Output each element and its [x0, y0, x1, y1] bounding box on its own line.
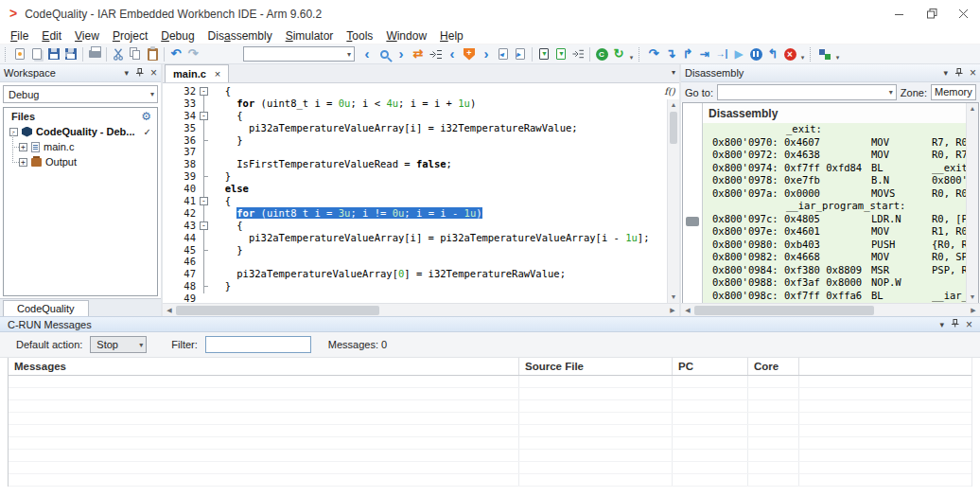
menu-item-tools[interactable]: Tools — [340, 27, 379, 44]
disassembly-row[interactable]: 0x800'097a:0x0000MOVSR0, R0 — [703, 187, 978, 201]
code-line[interactable]: { — [213, 220, 679, 232]
toolbar-overflow-icon[interactable]: ▾ — [833, 54, 842, 63]
disassembly-listing[interactable]: _exit:0x800'0970:0x4607MOVR7, R00x800'09… — [703, 123, 978, 303]
save-button[interactable] — [45, 45, 62, 62]
menu-item-window[interactable]: Window — [379, 27, 433, 44]
table-row[interactable] — [9, 376, 971, 388]
menu-item-disassembly[interactable]: Disassembly — [201, 27, 279, 44]
code-line[interactable] — [213, 146, 679, 158]
code-line[interactable]: pi32aTemperatureValueArray[i] = pi32aTem… — [213, 232, 679, 244]
minimize-button[interactable] — [884, 0, 916, 27]
table-row[interactable] — [9, 474, 971, 487]
toolbar-overflow-icon[interactable]: ▾ — [798, 54, 807, 63]
code-line[interactable]: } — [213, 244, 679, 257]
workspace-pin-icon[interactable] — [135, 68, 144, 79]
line-number[interactable]: 40 — [163, 183, 196, 195]
go-button[interactable]: ▶ — [730, 45, 747, 62]
undo-button[interactable]: ↶ — [167, 45, 184, 62]
code-line[interactable]: else — [213, 183, 679, 195]
tree-item-output[interactable]: +Output — [4, 154, 157, 169]
code-line[interactable]: { — [213, 195, 679, 207]
line-number[interactable]: 34 — [163, 110, 196, 122]
fold-collapse-icon[interactable]: - — [200, 221, 208, 230]
line-number[interactable]: 33 — [163, 97, 196, 110]
crun-shield-button[interactable]: + — [461, 45, 478, 62]
toolbar-grip[interactable] — [639, 47, 642, 62]
expand-collapse-icon[interactable]: + — [19, 143, 27, 151]
crun-pin-icon[interactable] — [951, 319, 959, 329]
menu-item-simulator[interactable]: Simulator — [279, 27, 341, 44]
code-text-area[interactable]: { for (uint8_t i = 0u; i < 4u; i = i + 1… — [209, 83, 679, 303]
disassembly-pin-icon[interactable] — [954, 68, 963, 79]
line-number[interactable]: 32 — [163, 85, 196, 97]
nav-back-button[interactable]: ‹ — [359, 45, 376, 62]
break-button[interactable] — [747, 45, 764, 62]
print-button[interactable] — [86, 45, 103, 62]
goto-location-button[interactable] — [427, 45, 444, 62]
stop-button[interactable]: × — [781, 45, 798, 62]
column-header-source-file[interactable]: Source File — [519, 358, 673, 375]
scroll-left-icon[interactable]: ◀ — [681, 305, 694, 316]
menu-item-edit[interactable]: Edit — [35, 27, 68, 44]
disassembly-row[interactable]: 0x800'098c:0xf7ff 0xffa6BL__iar_in — [703, 290, 978, 303]
fold-collapse-icon[interactable]: - — [200, 87, 208, 96]
column-header-core[interactable]: Core — [748, 358, 799, 375]
disassembly-horizontal-scrollbar[interactable]: ◀ ▶ — [681, 303, 980, 316]
expand-collapse-icon[interactable]: + — [19, 158, 27, 167]
table-row[interactable] — [9, 388, 971, 400]
doc-back-button[interactable]: ◂ — [495, 45, 512, 62]
new-document-button[interactable] — [11, 45, 28, 62]
toolbar-grip[interactable] — [5, 47, 9, 62]
line-number[interactable]: 47 — [163, 268, 196, 280]
column-header-pc[interactable]: PC — [673, 358, 748, 375]
disassembly-gutter[interactable] — [683, 103, 703, 303]
disassembly-row[interactable]: 0x800'0980:0xb403PUSH{R0, R1} — [703, 239, 978, 252]
line-number[interactable]: 37 — [163, 146, 196, 158]
line-number[interactable]: 45 — [163, 244, 196, 257]
table-row[interactable] — [9, 437, 971, 450]
copy-button[interactable] — [127, 45, 144, 62]
toolbar-overflow-icon[interactable]: ▾ — [627, 54, 636, 63]
function-list-button[interactable]: f() — [662, 85, 677, 97]
disassembly-row[interactable]: 0x800'0972:0x4638MOVR0, R7 — [703, 149, 978, 162]
table-row[interactable] — [9, 462, 971, 474]
code-line[interactable]: { — [213, 85, 679, 97]
tab-main-c[interactable]: main.c × — [165, 64, 229, 82]
step-over-button[interactable]: ↷ — [645, 45, 662, 62]
cspy-blocks-button[interactable] — [816, 45, 833, 62]
menu-item-debug[interactable]: Debug — [154, 27, 201, 44]
download-active-button[interactable]: ▼ — [535, 45, 552, 62]
disassembly-vertical-scrollbar[interactable]: ▲ ▼ — [966, 103, 978, 303]
settings-gear-icon[interactable]: ⚙ — [141, 111, 151, 122]
cstat-analyze-button[interactable]: C — [593, 45, 610, 62]
set-next-statement-button[interactable] — [569, 45, 586, 62]
tree-item-main-c[interactable]: +main.c — [4, 139, 157, 154]
toggle-source-button[interactable]: ⇄ — [410, 45, 427, 62]
default-action-select[interactable]: Stop ▾ — [90, 336, 147, 353]
workspace-config-select[interactable]: Debug ▾ — [3, 85, 158, 103]
code-line[interactable]: { — [213, 110, 679, 122]
menu-item-help[interactable]: Help — [433, 27, 470, 44]
line-number[interactable]: 49 — [163, 292, 196, 303]
code-line[interactable]: for (uint8_t i = 3u; i != 0u; i = i - 1u… — [213, 207, 679, 220]
workspace-menu-dropdown-icon[interactable]: ▾ — [124, 68, 129, 78]
disassembly-row[interactable]: 0x800'0988:0xf3af 0x8000NOP.W — [703, 276, 978, 290]
code-line[interactable]: } — [213, 170, 679, 183]
disassembly-row[interactable]: 0x800'0970:0x4607MOVR7, R0 — [703, 136, 978, 150]
scroll-right-icon[interactable]: ▶ — [967, 305, 980, 316]
nav-forward-button[interactable]: › — [393, 45, 410, 62]
fold-cell[interactable]: - — [199, 85, 209, 97]
table-row[interactable] — [9, 400, 971, 413]
filter-input[interactable] — [205, 336, 311, 353]
fold-cell[interactable]: - — [199, 195, 209, 207]
code-editor[interactable]: 323334353637383940414243444546474849 ---… — [163, 83, 679, 303]
disassembly-close-icon[interactable]: × — [970, 68, 976, 78]
table-row[interactable] — [9, 450, 971, 462]
line-number[interactable]: 36 — [163, 134, 196, 147]
scroll-thumb[interactable] — [176, 306, 379, 315]
code-line[interactable]: } — [213, 280, 679, 292]
workspace-tab-codequality[interactable]: CodeQuality — [3, 300, 89, 316]
line-number[interactable]: 46 — [163, 256, 196, 268]
column-header-messages[interactable]: Messages — [9, 358, 519, 375]
workspace-close-icon[interactable]: × — [150, 68, 157, 78]
